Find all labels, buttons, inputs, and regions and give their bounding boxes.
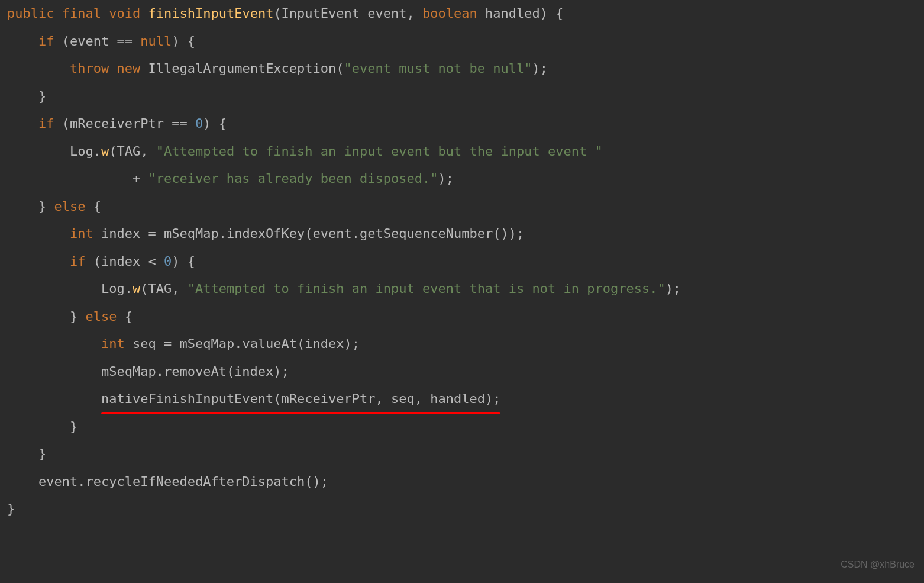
- code-block: public final void finishInputEvent(Input…: [0, 0, 924, 523]
- kw-else: else: [85, 309, 117, 324]
- str: "Attempted to finish an input event but …: [156, 144, 603, 159]
- kw-boolean: boolean: [422, 6, 477, 21]
- t: );: [532, 61, 548, 76]
- params: (InputEvent event,: [273, 6, 422, 21]
- t: nativeFinishInputEvent(mReceiverPtr, seq…: [101, 391, 501, 406]
- watermark: CSDN @xhBruce: [841, 551, 915, 579]
- highlighted-call: nativeFinishInputEvent(mReceiverPtr, seq…: [101, 385, 501, 413]
- num: 0: [164, 254, 172, 269]
- t: ) {: [172, 254, 195, 269]
- t: {: [85, 199, 101, 214]
- fn: w: [101, 144, 109, 159]
- t: }: [38, 199, 54, 214]
- brace: }: [7, 501, 15, 516]
- t: (mReceiverPtr ==: [54, 116, 195, 131]
- fn: w: [133, 281, 140, 296]
- t: (event ==: [54, 34, 140, 49]
- params2: handled) {: [477, 6, 564, 21]
- t: );: [665, 281, 681, 296]
- cls: IllegalArgumentException(: [140, 61, 344, 76]
- t: Log.: [70, 144, 101, 159]
- str: "receiver has already been disposed.": [148, 171, 438, 186]
- brace: }: [70, 419, 77, 434]
- kw-final: final: [62, 6, 101, 21]
- t: ) {: [172, 34, 195, 49]
- kw-if: if: [70, 254, 86, 269]
- kw-int: int: [101, 336, 125, 351]
- kw-int: int: [70, 226, 93, 241]
- t: index = mSeqMap.indexOfKey(event.getSequ…: [93, 226, 524, 241]
- t: Log.: [101, 281, 133, 296]
- t: (index <: [85, 254, 163, 269]
- str: "event must not be null": [344, 61, 532, 76]
- str: "Attempted to finish an input event that…: [188, 281, 665, 296]
- t: (TAG,: [140, 281, 187, 296]
- num: 0: [195, 116, 203, 131]
- kw-else: else: [54, 199, 85, 214]
- kw-null: null: [140, 34, 172, 49]
- brace: }: [38, 89, 46, 104]
- t: }: [70, 309, 86, 324]
- kw-if: if: [38, 116, 54, 131]
- brace: }: [38, 446, 46, 461]
- t: );: [438, 171, 454, 186]
- kw-void: void: [109, 6, 140, 21]
- kw-if: if: [38, 34, 54, 49]
- kw-new: new: [117, 61, 140, 76]
- fn-name: finishInputEvent: [148, 6, 273, 21]
- kw-throw: throw: [70, 61, 109, 76]
- t: mSeqMap.removeAt(index);: [101, 364, 289, 379]
- t: (TAG,: [109, 144, 156, 159]
- red-underline: [101, 412, 501, 414]
- t: {: [117, 309, 133, 324]
- t: event.recycleIfNeededAfterDispatch();: [38, 474, 328, 489]
- t: +: [133, 171, 148, 186]
- t: seq = mSeqMap.valueAt(index);: [125, 336, 360, 351]
- t: ) {: [203, 116, 227, 131]
- kw-public: public: [7, 6, 54, 21]
